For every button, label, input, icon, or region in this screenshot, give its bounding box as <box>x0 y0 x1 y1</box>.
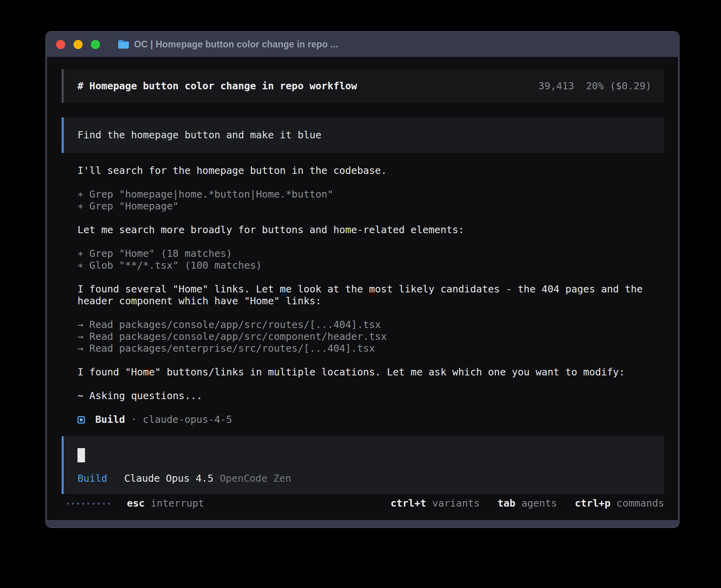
terminal-content: # Homepage button color change in repo w… <box>47 57 678 520</box>
shortcut-label: variants <box>432 498 479 509</box>
window-bottom-frame <box>46 520 679 528</box>
agent-name: Build <box>95 414 125 426</box>
session-header: # Homepage button color change in repo w… <box>62 69 664 103</box>
tool-call-read: → Read packages/console/app/src/componen… <box>77 331 667 343</box>
shortcut-key: tab <box>498 498 515 509</box>
spinner-dots-icon <box>67 503 110 505</box>
input-provider-label: OpenCode Zen <box>220 473 291 484</box>
status-bar: esc interrupt ctrl+t variants tab agents… <box>62 498 664 509</box>
shortcut-key: ctrl+p <box>575 498 610 509</box>
assistant-paragraph: I found "Home" buttons/links in multiple… <box>77 366 667 378</box>
status-right: ctrl+t variants tab agents ctrl+p comman… <box>373 498 664 509</box>
shortcut-commands: ctrl+p commands <box>575 498 664 509</box>
shortcut-label: commands <box>617 498 664 509</box>
assistant-paragraph: I found several "Home" links. Let me loo… <box>77 283 667 307</box>
interrupt-label: interrupt <box>151 498 204 509</box>
tool-call-group: ∗ Grep "homepage|home.*button|Home.*butt… <box>77 188 667 212</box>
input-mode-label: Build <box>77 473 107 484</box>
context-cost: 20% ($0.29) <box>586 80 651 92</box>
tool-call-group: → Read packages/console/app/src/routes/[… <box>77 319 667 354</box>
user-message-text: Find the homepage button and make it blu… <box>77 129 321 141</box>
agent-badge-icon <box>77 416 85 424</box>
tool-call-grep: ∗ Grep "Home" (18 matches) <box>77 248 667 260</box>
user-message: Find the homepage button and make it blu… <box>62 117 664 153</box>
input-model-label: Claude Opus 4.5 <box>124 473 213 484</box>
input-meta: Build Claude Opus 4.5 OpenCode Zen <box>77 473 664 484</box>
agent-line: Build · claude-opus-4-5 <box>77 414 667 426</box>
shortcut-label: agents <box>521 498 557 509</box>
shortcut-key: ctrl+t <box>391 498 426 509</box>
shortcut-variants: ctrl+t variants <box>391 498 480 509</box>
window-title: OC | Homepage button color change in rep… <box>134 39 338 50</box>
tool-call-grep: ∗ Grep "homepage|home.*button|Home.*butt… <box>77 188 667 200</box>
interrupt-key: esc <box>127 498 145 509</box>
assistant-paragraph: I'll search for the homepage button in t… <box>77 165 667 177</box>
assistant-status: ~ Asking questions... <box>77 390 667 402</box>
shortcut-agents: tab agents <box>498 498 557 509</box>
status-left: esc interrupt <box>62 498 204 509</box>
tool-call-group: ∗ Grep "Home" (18 matches) ∗ Glob "**/*.… <box>77 248 667 271</box>
close-button[interactable] <box>56 40 65 49</box>
agent-model: claude-opus-4-5 <box>143 414 232 426</box>
zoom-button[interactable] <box>91 40 100 49</box>
terminal-window: OC | Homepage button color change in rep… <box>45 31 679 528</box>
folder-icon <box>117 40 129 49</box>
prompt-input-area[interactable]: Build Claude Opus 4.5 OpenCode Zen <box>62 436 664 494</box>
assistant-paragraph: Let me search more broadly for buttons a… <box>77 224 667 236</box>
conversation: I'll search for the homepage button in t… <box>77 165 667 426</box>
token-count: 39,413 <box>538 80 574 92</box>
tool-call-grep: ∗ Grep "Homepage" <box>77 200 667 212</box>
tool-call-glob: ∗ Glob "**/*.tsx" (100 matches) <box>77 260 667 271</box>
window-titlebar[interactable]: OC | Homepage button color change in rep… <box>46 32 679 57</box>
session-title: # Homepage button color change in repo w… <box>77 80 357 92</box>
tool-call-read: → Read packages/console/app/src/routes/[… <box>77 319 667 331</box>
text-cursor <box>77 448 85 462</box>
traffic-lights <box>56 40 100 49</box>
minimize-button[interactable] <box>74 40 83 49</box>
agent-separator: · <box>131 414 137 426</box>
session-stats: 39,413 20% ($0.29) <box>538 80 651 92</box>
tool-call-read: → Read packages/enterprise/src/routes/[.… <box>77 343 667 354</box>
